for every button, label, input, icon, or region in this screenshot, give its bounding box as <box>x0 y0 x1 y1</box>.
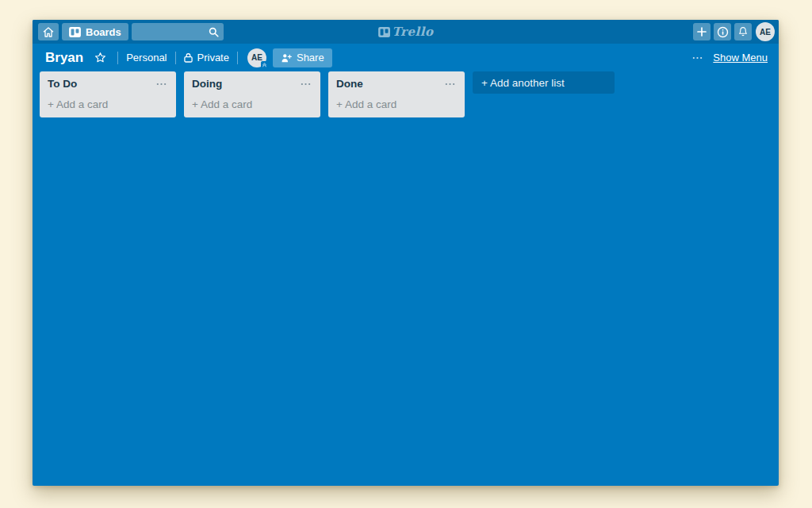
list-title[interactable]: Done <box>336 78 363 90</box>
list-doing: Doing + Add a card <box>184 71 320 117</box>
home-button[interactable] <box>38 23 59 40</box>
ellipsis-icon <box>156 83 167 86</box>
list-title[interactable]: Doing <box>192 78 222 90</box>
add-card-button[interactable]: + Add a card <box>190 98 314 110</box>
share-person-icon <box>281 53 292 63</box>
list-title[interactable]: To Do <box>48 78 77 90</box>
ellipsis-icon <box>445 83 455 86</box>
list-done: Done + Add a card <box>328 71 465 117</box>
star-icon <box>94 52 106 64</box>
bell-icon <box>737 26 749 37</box>
notifications-button[interactable] <box>734 23 752 40</box>
ellipsis-icon <box>692 56 703 60</box>
user-avatar-initials: AE <box>760 28 771 37</box>
topbar-right-controls: AE <box>691 22 775 41</box>
visibility-selector[interactable]: Private <box>184 52 229 64</box>
top-app-bar: Boards Trello <box>33 20 779 44</box>
board-header-right: Show Menu <box>689 52 768 64</box>
create-button[interactable] <box>693 23 710 40</box>
add-another-list-button[interactable]: + Add another list <box>473 71 615 94</box>
list-header: Done <box>335 77 458 90</box>
team-label: Personal <box>126 52 167 64</box>
list-todo: To Do + Add a card <box>40 71 176 117</box>
admin-badge-icon <box>261 61 269 69</box>
list-header: To Do <box>46 77 170 90</box>
ellipsis-icon <box>301 83 311 86</box>
header-divider <box>237 52 238 64</box>
trello-logo-icon <box>378 27 390 37</box>
share-button[interactable]: Share <box>273 48 332 67</box>
boards-button-label: Boards <box>86 26 121 38</box>
info-button[interactable] <box>714 23 731 40</box>
board-title[interactable]: Bryan <box>40 50 88 66</box>
header-divider <box>175 52 176 64</box>
list-header: Doing <box>190 77 314 90</box>
list-menu-ellipsis-button[interactable] <box>443 81 457 87</box>
header-divider <box>117 52 118 64</box>
trello-logo[interactable]: Trello <box>378 20 434 44</box>
board-menu-ellipsis-button[interactable] <box>689 55 706 61</box>
add-card-button[interactable]: + Add a card <box>46 98 170 110</box>
boards-icon <box>69 27 81 37</box>
plus-icon <box>697 27 707 37</box>
board-header: Bryan Personal Private AE <box>33 44 779 71</box>
board-member-initials: AE <box>251 53 262 62</box>
search-input[interactable] <box>132 23 224 40</box>
board-canvas: To Do + Add a card Doing + Add a card <box>33 71 779 118</box>
search-box <box>132 23 224 40</box>
home-icon <box>43 27 54 37</box>
trello-app-window: Boards Trello <box>33 20 779 486</box>
add-card-button[interactable]: + Add a card <box>335 98 458 110</box>
list-menu-ellipsis-button[interactable] <box>155 81 168 87</box>
trello-logo-text: Trello <box>393 25 434 39</box>
desktop-background: { "colors": { "page_background": "#faf3d… <box>0 0 812 508</box>
info-icon <box>717 26 729 38</box>
boards-button[interactable]: Boards <box>62 23 128 40</box>
star-board-button[interactable] <box>91 50 109 65</box>
team-selector[interactable]: Personal <box>126 52 167 64</box>
user-avatar[interactable]: AE <box>756 22 775 41</box>
show-menu-link[interactable]: Show Menu <box>713 52 768 64</box>
board-member-avatar[interactable]: AE <box>247 48 266 67</box>
list-menu-ellipsis-button[interactable] <box>299 81 312 87</box>
visibility-label: Private <box>197 52 229 64</box>
share-button-label: Share <box>297 52 324 64</box>
lock-icon <box>184 52 193 63</box>
